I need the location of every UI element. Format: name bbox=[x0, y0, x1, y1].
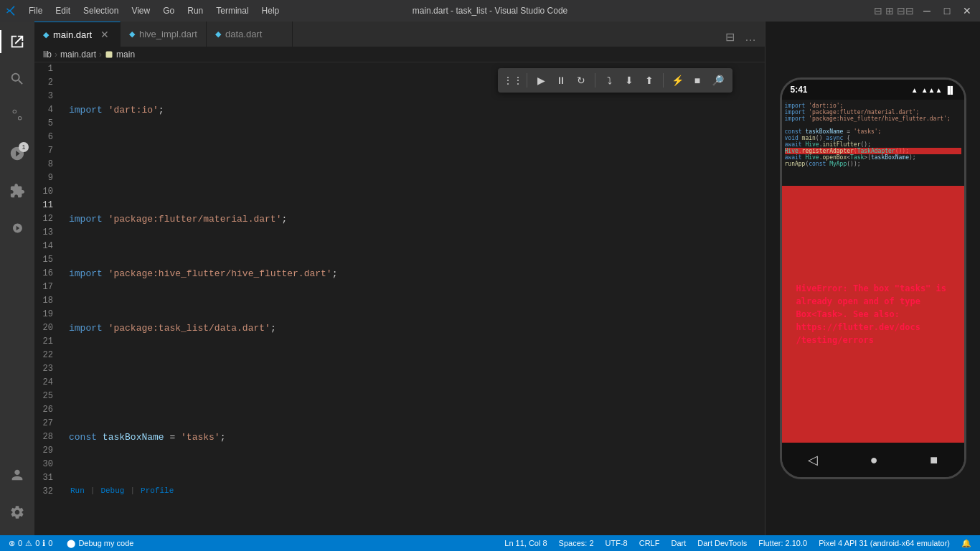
code-line-4: import 'package:hive_flutter/hive_flutte… bbox=[69, 267, 759, 281]
status-spaces[interactable]: Spaces: 2 bbox=[556, 535, 597, 551]
tab-main-dart[interactable]: ◆ main.dart ✕ bbox=[34, 22, 121, 47]
phone-time: 5:41 bbox=[791, 85, 808, 95]
svg-rect-0 bbox=[106, 51, 113, 57]
activity-testing[interactable] bbox=[0, 211, 34, 245]
debug-inspector[interactable]: 🔎 bbox=[708, 71, 727, 90]
status-position[interactable]: Ln 11, Col 8 bbox=[501, 535, 550, 551]
error-icon: ⊗ bbox=[9, 539, 15, 548]
phone-back-button[interactable]: ◁ bbox=[808, 452, 818, 468]
split-editor-icon[interactable]: ⊟ bbox=[722, 27, 738, 47]
status-language[interactable]: Dart bbox=[668, 535, 689, 551]
breadcrumb-symbol[interactable]: main bbox=[116, 50, 135, 60]
breadcrumb: lib › main.dart › main bbox=[34, 47, 765, 62]
tab-main-dart-close[interactable]: ✕ bbox=[99, 29, 110, 40]
code-line-6 bbox=[69, 376, 759, 390]
minimize-button[interactable]: ─ bbox=[920, 4, 934, 18]
more-actions-icon[interactable]: … bbox=[742, 28, 759, 47]
vscode-icon bbox=[6, 5, 17, 17]
code-line-1: import 'dart:io'; bbox=[69, 103, 759, 117]
breadcrumb-lib[interactable]: lib bbox=[43, 50, 52, 60]
activity-explorer[interactable] bbox=[0, 24, 34, 59]
status-errors[interactable]: ⊗ 0 ⚠ 0 ℹ 0 bbox=[6, 535, 55, 551]
status-dart-devtools[interactable]: Dart DevTools bbox=[694, 535, 750, 551]
maximize-button[interactable]: □ bbox=[940, 4, 954, 18]
activity-debug[interactable] bbox=[0, 136, 34, 171]
menu-terminal[interactable]: Terminal bbox=[210, 4, 254, 17]
status-debug-label[interactable]: ⬤ Debug my code bbox=[64, 535, 136, 551]
code-content[interactable]: import 'dart:io'; import 'package:flutte… bbox=[63, 62, 765, 535]
line-12: 12 bbox=[34, 212, 57, 226]
menu-selection[interactable]: Selection bbox=[77, 4, 124, 17]
tabs-bar: ◆ main.dart ✕ ◆ hive_impl.dart ◆ data.da… bbox=[34, 22, 765, 47]
activity-account[interactable] bbox=[0, 458, 34, 492]
close-button[interactable]: ✕ bbox=[960, 4, 974, 18]
line-29: 29 bbox=[34, 444, 57, 458]
tab-data-dart[interactable]: ◆ data.dart bbox=[207, 22, 293, 47]
phone-home-button[interactable]: ● bbox=[870, 453, 878, 468]
info-count: 0 bbox=[48, 539, 52, 547]
info-icon: ℹ bbox=[42, 539, 45, 548]
menu-help[interactable]: Help bbox=[256, 4, 286, 17]
line-16: 16 bbox=[34, 267, 57, 281]
breadcrumb-sep-1: › bbox=[55, 50, 57, 60]
phone-status-icons: ▲ ▲▲▲ ▐▌ bbox=[911, 86, 956, 94]
menu-file[interactable]: File bbox=[23, 4, 48, 17]
breadcrumb-sep-2: › bbox=[99, 50, 102, 60]
debug-hot-reload[interactable]: ⚡ bbox=[668, 71, 687, 90]
activity-settings[interactable] bbox=[0, 495, 34, 529]
status-encoding[interactable]: UTF-8 bbox=[603, 535, 631, 551]
status-device[interactable]: Pixel 4 API 31 (android-x64 emulator) bbox=[816, 535, 953, 551]
status-feedback[interactable]: 🔔 bbox=[958, 535, 974, 551]
line-1: 1 bbox=[34, 62, 57, 76]
line-14: 14 bbox=[34, 240, 57, 253]
phone-recent-button[interactable]: ■ bbox=[930, 453, 938, 468]
line-11: 11 bbox=[34, 199, 57, 212]
activity-source-control[interactable] bbox=[0, 99, 34, 133]
menu-view[interactable]: View bbox=[126, 4, 156, 17]
activity-search[interactable] bbox=[0, 62, 34, 96]
phone-status-bar: 5:41 ▲ ▲▲▲ ▐▌ bbox=[782, 80, 964, 100]
debug-restart[interactable]: ↻ bbox=[572, 71, 590, 90]
debug-step-out[interactable]: ⬆ bbox=[640, 71, 659, 90]
run-debug-profile-line: Run | Debug | Profile bbox=[69, 485, 759, 496]
status-flutter-version[interactable]: Flutter: 2.10.0 bbox=[755, 535, 810, 551]
status-line-ending[interactable]: CRLF bbox=[636, 535, 663, 551]
debug-continue[interactable]: ▶ bbox=[532, 71, 550, 90]
tab-data-dart-label: data.dart bbox=[225, 29, 262, 39]
phone-nav-bar: ◁ ● ■ bbox=[782, 443, 964, 477]
warning-icon: ⚠ bbox=[25, 539, 32, 548]
tabs-actions: ⊟ … bbox=[722, 27, 765, 47]
menu-run[interactable]: Run bbox=[182, 4, 209, 17]
activity-bar bbox=[0, 22, 34, 535]
run-link[interactable]: Run bbox=[70, 484, 85, 498]
phone-emulator-panel: 5:41 ▲ ▲▲▲ ▐▌ import 'dart:io'; import '… bbox=[765, 22, 980, 535]
line-5: 5 bbox=[34, 117, 57, 131]
line-22: 22 bbox=[34, 349, 57, 362]
title-bar: File Edit Selection View Go Run Terminal… bbox=[0, 0, 980, 22]
tab-hive-impl-dart[interactable]: ◆ hive_impl.dart bbox=[121, 22, 207, 47]
debug-separator-2 bbox=[595, 73, 595, 88]
title-bar-left: File Edit Selection View Go Run Terminal… bbox=[6, 4, 285, 17]
debug-step-into[interactable]: ⬇ bbox=[620, 71, 639, 90]
breadcrumb-file[interactable]: main.dart bbox=[60, 50, 96, 60]
code-line-7: const taskBoxName = 'tasks'; bbox=[69, 430, 759, 444]
tab-main-dart-label: main.dart bbox=[53, 29, 92, 40]
menu-go[interactable]: Go bbox=[157, 4, 180, 17]
menu-edit[interactable]: Edit bbox=[50, 4, 76, 17]
debug-step-over[interactable]: ⤵ bbox=[600, 71, 618, 90]
phone-error-screen: HiveError: The box "tasks" is already op… bbox=[782, 186, 964, 443]
status-bar: ⊗ 0 ⚠ 0 ℹ 0 ⬤ Debug my code Ln 11, Col 8… bbox=[0, 535, 980, 551]
function-icon bbox=[105, 50, 113, 59]
profile-link[interactable]: Profile bbox=[141, 484, 174, 498]
debug-link[interactable]: Debug bbox=[100, 484, 124, 498]
phone-device: 5:41 ▲ ▲▲▲ ▐▌ import 'dart:io'; import '… bbox=[780, 77, 966, 479]
activity-extensions[interactable] bbox=[0, 174, 34, 208]
debug-pause[interactable]: ⏸ bbox=[552, 71, 570, 90]
line-10: 10 bbox=[34, 185, 57, 199]
debug-drag-handle[interactable]: ⋮⋮ bbox=[504, 71, 522, 90]
line-21: 21 bbox=[34, 335, 57, 349]
debug-stop[interactable]: ■ bbox=[688, 71, 707, 90]
line-28: 28 bbox=[34, 430, 57, 444]
code-editor[interactable]: 1 2 3 4 5 6 7 8 9 10 11 12 13 14 15 16 1 bbox=[34, 62, 765, 535]
line-24: 24 bbox=[34, 376, 57, 390]
